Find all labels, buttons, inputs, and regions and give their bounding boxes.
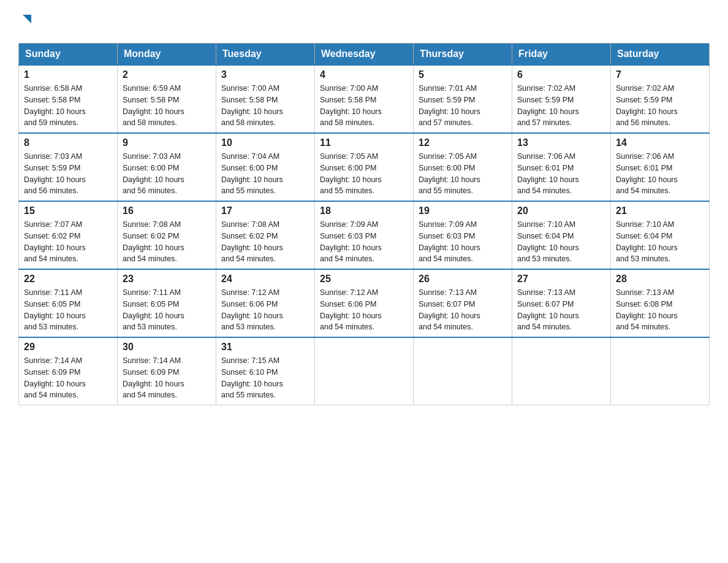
day-number: 5 [419, 69, 507, 80]
calendar-cell [611, 337, 710, 405]
day-number: 22 [24, 274, 112, 285]
col-header-thursday: Thursday [414, 44, 512, 66]
day-number: 12 [419, 137, 507, 148]
day-info: Sunrise: 7:10 AM Sunset: 6:04 PM Dayligh… [616, 219, 704, 265]
day-number: 9 [123, 137, 211, 148]
logo [18, 12, 34, 31]
calendar-cell: 17 Sunrise: 7:08 AM Sunset: 6:02 PM Dayl… [216, 201, 315, 269]
day-info: Sunrise: 7:06 AM Sunset: 6:01 PM Dayligh… [517, 151, 605, 197]
day-info: Sunrise: 7:07 AM Sunset: 6:02 PM Dayligh… [24, 219, 112, 265]
day-number: 6 [517, 69, 605, 80]
calendar-cell: 22 Sunrise: 7:11 AM Sunset: 6:05 PM Dayl… [19, 269, 118, 337]
calendar-cell: 12 Sunrise: 7:05 AM Sunset: 6:00 PM Dayl… [414, 133, 512, 201]
day-info: Sunrise: 7:14 AM Sunset: 6:09 PM Dayligh… [123, 355, 211, 401]
calendar-cell: 1 Sunrise: 6:58 AM Sunset: 5:58 PM Dayli… [19, 65, 118, 133]
calendar-cell: 29 Sunrise: 7:14 AM Sunset: 6:09 PM Dayl… [19, 337, 118, 405]
calendar-table: SundayMondayTuesdayWednesdayThursdayFrid… [18, 43, 710, 405]
day-number: 1 [24, 69, 112, 80]
day-number: 17 [221, 205, 309, 216]
calendar-cell [315, 337, 414, 405]
day-number: 15 [24, 205, 112, 216]
calendar-cell: 13 Sunrise: 7:06 AM Sunset: 6:01 PM Dayl… [512, 133, 611, 201]
calendar-cell: 11 Sunrise: 7:05 AM Sunset: 6:00 PM Dayl… [315, 133, 414, 201]
calendar-cell: 18 Sunrise: 7:09 AM Sunset: 6:03 PM Dayl… [315, 201, 414, 269]
day-info: Sunrise: 6:59 AM Sunset: 5:58 PM Dayligh… [123, 83, 211, 129]
calendar-cell: 25 Sunrise: 7:12 AM Sunset: 6:06 PM Dayl… [315, 269, 414, 337]
calendar-cell: 26 Sunrise: 7:13 AM Sunset: 6:07 PM Dayl… [414, 269, 512, 337]
calendar-cell: 3 Sunrise: 7:00 AM Sunset: 5:58 PM Dayli… [216, 65, 315, 133]
day-number: 26 [419, 274, 507, 285]
day-info: Sunrise: 7:13 AM Sunset: 6:08 PM Dayligh… [616, 287, 704, 333]
day-info: Sunrise: 7:11 AM Sunset: 6:05 PM Dayligh… [24, 287, 112, 333]
svg-marker-0 [23, 15, 31, 23]
day-info: Sunrise: 7:12 AM Sunset: 6:06 PM Dayligh… [320, 287, 408, 333]
day-info: Sunrise: 7:08 AM Sunset: 6:02 PM Dayligh… [221, 219, 309, 265]
day-info: Sunrise: 7:03 AM Sunset: 6:00 PM Dayligh… [123, 151, 211, 197]
day-info: Sunrise: 7:15 AM Sunset: 6:10 PM Dayligh… [221, 355, 309, 401]
day-info: Sunrise: 7:03 AM Sunset: 5:59 PM Dayligh… [24, 151, 112, 197]
day-number: 10 [221, 137, 309, 148]
day-number: 23 [123, 274, 211, 285]
day-info: Sunrise: 7:14 AM Sunset: 6:09 PM Dayligh… [24, 355, 112, 401]
day-number: 28 [616, 274, 704, 285]
day-number: 18 [320, 205, 408, 216]
calendar-cell: 28 Sunrise: 7:13 AM Sunset: 6:08 PM Dayl… [611, 269, 710, 337]
day-number: 14 [616, 137, 704, 148]
calendar-cell: 2 Sunrise: 6:59 AM Sunset: 5:58 PM Dayli… [118, 65, 216, 133]
day-number: 25 [320, 274, 408, 285]
calendar-cell: 27 Sunrise: 7:13 AM Sunset: 6:07 PM Dayl… [512, 269, 611, 337]
day-info: Sunrise: 7:02 AM Sunset: 5:59 PM Dayligh… [517, 83, 605, 129]
col-header-monday: Monday [118, 44, 216, 66]
calendar-week-row: 22 Sunrise: 7:11 AM Sunset: 6:05 PM Dayl… [19, 269, 710, 337]
calendar-cell: 7 Sunrise: 7:02 AM Sunset: 5:59 PM Dayli… [611, 65, 710, 133]
calendar-cell: 10 Sunrise: 7:04 AM Sunset: 6:00 PM Dayl… [216, 133, 315, 201]
day-info: Sunrise: 7:04 AM Sunset: 6:00 PM Dayligh… [221, 151, 309, 197]
logo-arrow-icon [20, 12, 34, 28]
calendar-cell: 8 Sunrise: 7:03 AM Sunset: 5:59 PM Dayli… [19, 133, 118, 201]
calendar-week-row: 1 Sunrise: 6:58 AM Sunset: 5:58 PM Dayli… [19, 65, 710, 133]
day-info: Sunrise: 7:01 AM Sunset: 5:59 PM Dayligh… [419, 83, 507, 129]
calendar-header-row: SundayMondayTuesdayWednesdayThursdayFrid… [19, 44, 710, 66]
calendar-cell: 31 Sunrise: 7:15 AM Sunset: 6:10 PM Dayl… [216, 337, 315, 405]
col-header-wednesday: Wednesday [315, 44, 414, 66]
col-header-saturday: Saturday [611, 44, 710, 66]
calendar-week-row: 8 Sunrise: 7:03 AM Sunset: 5:59 PM Dayli… [19, 133, 710, 201]
day-number: 29 [24, 342, 112, 353]
calendar-cell [512, 337, 611, 405]
col-header-sunday: Sunday [19, 44, 118, 66]
day-number: 19 [419, 205, 507, 216]
day-number: 16 [123, 205, 211, 216]
day-info: Sunrise: 7:09 AM Sunset: 6:03 PM Dayligh… [320, 219, 408, 265]
day-info: Sunrise: 7:11 AM Sunset: 6:05 PM Dayligh… [123, 287, 211, 333]
calendar-cell: 5 Sunrise: 7:01 AM Sunset: 5:59 PM Dayli… [414, 65, 512, 133]
day-number: 21 [616, 205, 704, 216]
calendar-cell: 6 Sunrise: 7:02 AM Sunset: 5:59 PM Dayli… [512, 65, 611, 133]
day-number: 20 [517, 205, 605, 216]
calendar-cell: 16 Sunrise: 7:08 AM Sunset: 6:02 PM Dayl… [118, 201, 216, 269]
day-number: 27 [517, 274, 605, 285]
calendar-cell: 23 Sunrise: 7:11 AM Sunset: 6:05 PM Dayl… [118, 269, 216, 337]
day-info: Sunrise: 7:00 AM Sunset: 5:58 PM Dayligh… [221, 83, 309, 129]
day-info: Sunrise: 7:00 AM Sunset: 5:58 PM Dayligh… [320, 83, 408, 129]
day-number: 2 [123, 69, 211, 80]
day-info: Sunrise: 7:08 AM Sunset: 6:02 PM Dayligh… [123, 219, 211, 265]
page-header [18, 12, 710, 31]
calendar-cell: 15 Sunrise: 7:07 AM Sunset: 6:02 PM Dayl… [19, 201, 118, 269]
day-info: Sunrise: 7:09 AM Sunset: 6:03 PM Dayligh… [419, 219, 507, 265]
calendar-cell: 9 Sunrise: 7:03 AM Sunset: 6:00 PM Dayli… [118, 133, 216, 201]
day-number: 7 [616, 69, 704, 80]
calendar-week-row: 15 Sunrise: 7:07 AM Sunset: 6:02 PM Dayl… [19, 201, 710, 269]
day-info: Sunrise: 7:13 AM Sunset: 6:07 PM Dayligh… [517, 287, 605, 333]
day-number: 24 [221, 274, 309, 285]
day-info: Sunrise: 7:12 AM Sunset: 6:06 PM Dayligh… [221, 287, 309, 333]
col-header-tuesday: Tuesday [216, 44, 315, 66]
day-number: 4 [320, 69, 408, 80]
day-number: 8 [24, 137, 112, 148]
calendar-cell: 30 Sunrise: 7:14 AM Sunset: 6:09 PM Dayl… [118, 337, 216, 405]
day-info: Sunrise: 7:06 AM Sunset: 6:01 PM Dayligh… [616, 151, 704, 197]
day-info: Sunrise: 7:10 AM Sunset: 6:04 PM Dayligh… [517, 219, 605, 265]
day-info: Sunrise: 7:05 AM Sunset: 6:00 PM Dayligh… [320, 151, 408, 197]
calendar-cell: 21 Sunrise: 7:10 AM Sunset: 6:04 PM Dayl… [611, 201, 710, 269]
col-header-friday: Friday [512, 44, 611, 66]
day-number: 11 [320, 137, 408, 148]
